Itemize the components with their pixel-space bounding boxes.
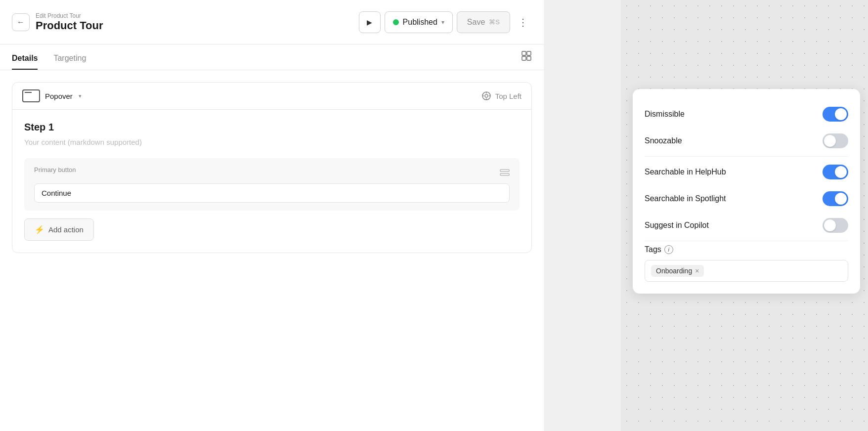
tags-section: Tags i Onboarding × [645, 245, 848, 282]
searchable-spotlight-row: Searchable in Spotlight [645, 185, 848, 212]
tags-input-area[interactable]: Onboarding × [645, 260, 848, 282]
header-actions: ▶ Published ▾ Save ⌘S ⋮ [359, 11, 532, 33]
searchable-helphub-toggle[interactable] [823, 165, 848, 179]
snoozable-toggle[interactable] [823, 133, 848, 148]
breadcrumb: Edit Product Tour [36, 12, 353, 19]
divider-2 [645, 241, 848, 241]
svg-rect-3 [527, 56, 531, 60]
popover-chevron-icon: ▾ [79, 93, 82, 99]
page-title: Product Tour [36, 19, 353, 32]
searchable-spotlight-label: Searchable in Spotlight [645, 194, 726, 203]
svg-rect-10 [500, 170, 509, 172]
more-icon: ⋮ [518, 16, 528, 28]
status-button[interactable]: Published ▾ [385, 11, 453, 33]
tab-targeting[interactable]: Targeting [53, 54, 86, 70]
chevron-down-icon: ▾ [441, 19, 444, 26]
divider-1 [645, 156, 848, 157]
svg-rect-11 [500, 173, 509, 175]
svg-rect-0 [522, 51, 526, 55]
position-label: Top Left [495, 92, 521, 100]
save-label: Save [467, 18, 485, 27]
tab-details[interactable]: Details [12, 54, 38, 70]
status-dot [393, 19, 399, 25]
action-icon: ⚡ [35, 225, 44, 234]
svg-rect-2 [522, 56, 526, 60]
back-button[interactable]: ← [12, 13, 30, 31]
play-icon: ▶ [367, 18, 372, 26]
suggest-copilot-row: Suggest in Copilot [645, 212, 848, 239]
dismissible-toggle[interactable] [823, 107, 848, 122]
dismissible-row: Dismissible [645, 101, 848, 128]
save-button[interactable]: Save ⌘S [457, 11, 510, 33]
tabs-bar: Details Targeting [0, 44, 544, 70]
step-card: Popover ▾ Top Left Step 1 [12, 82, 532, 253]
step-description: Your content (markdown supported) [24, 138, 520, 146]
searchable-helphub-row: Searchable in HelpHub [645, 159, 848, 185]
snoozable-row: Snoozable [645, 128, 848, 154]
suggest-copilot-label: Suggest in Copilot [645, 221, 709, 230]
suggest-copilot-toggle[interactable] [823, 218, 848, 233]
section-options-icon[interactable] [500, 168, 510, 177]
tag-chip-label: Onboarding [656, 267, 692, 275]
primary-button-section-label: Primary button [34, 166, 76, 173]
main-panel: ← Edit Product Tour Product Tour ▶ Publi… [0, 0, 544, 431]
popover-icon [22, 89, 40, 102]
content-area: Popover ▾ Top Left Step 1 [0, 70, 544, 431]
svg-point-5 [485, 94, 488, 97]
settings-panel: Dismissible Snoozable Searchable in Help… [633, 89, 860, 294]
tags-label-text: Tags [645, 245, 661, 254]
header: ← Edit Product Tour Product Tour ▶ Publi… [0, 0, 544, 44]
add-action-label: Add action [48, 225, 84, 234]
header-title-group: Edit Product Tour Product Tour [36, 12, 353, 32]
primary-button-section: Primary button [24, 158, 520, 211]
add-action-button[interactable]: ⚡ Add action [24, 218, 94, 241]
status-label: Published [403, 18, 437, 27]
more-options-button[interactable]: ⋮ [514, 13, 532, 31]
popover-label: Popover [45, 92, 73, 100]
primary-button-input[interactable] [34, 183, 510, 203]
snoozable-label: Snoozable [645, 136, 682, 145]
tag-chip-onboarding: Onboarding × [651, 265, 704, 277]
layout-icon[interactable] [521, 50, 532, 70]
back-icon: ← [17, 18, 25, 27]
step-title: Step 1 [24, 122, 520, 133]
popover-bar: Popover ▾ Top Left [12, 83, 531, 110]
target-icon [481, 91, 491, 101]
svg-rect-1 [527, 51, 531, 55]
dismissible-label: Dismissible [645, 110, 685, 119]
tag-remove-button[interactable]: × [695, 267, 699, 275]
step-content: Step 1 Your content (markdown supported)… [12, 110, 531, 241]
play-button[interactable]: ▶ [359, 11, 381, 33]
popover-right: Top Left [481, 91, 521, 101]
searchable-spotlight-toggle[interactable] [823, 191, 848, 206]
searchable-helphub-label: Searchable in HelpHub [645, 168, 726, 176]
tags-info-icon[interactable]: i [664, 245, 673, 254]
tags-label: Tags i [645, 245, 848, 254]
save-shortcut: ⌘S [489, 18, 500, 26]
